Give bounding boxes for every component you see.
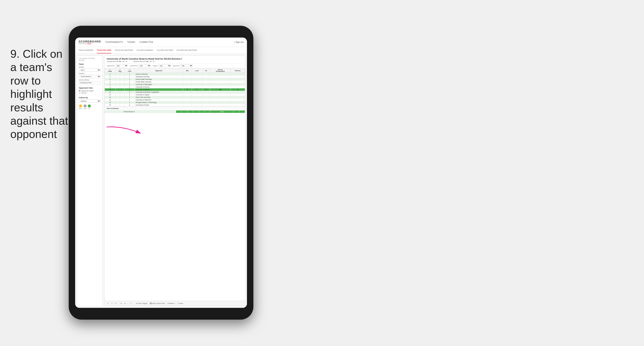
diff-cell: [210, 91, 231, 93]
share-button[interactable]: ⬡ Share: [177, 303, 184, 305]
table-row[interactable]: 16-3University of Florida: [105, 104, 245, 106]
tie-cell: [202, 104, 210, 106]
out-div-win: 1: [176, 110, 187, 113]
loss-cell: [192, 101, 202, 104]
reg-cell: -: [115, 78, 124, 81]
save-custom-view-button[interactable]: 💾 Save Custom View: [149, 303, 166, 305]
separator-2: |: [128, 303, 128, 304]
win-cell: [183, 73, 192, 75]
reg-cell: -: [115, 81, 124, 83]
table-row[interactable]: 11-6University of Arkansas, Fayetteville: [105, 91, 245, 93]
nav-bar: SCOREBOARD Powered by clippd TOURNAMENTS…: [75, 37, 247, 47]
out-of-division-table: NCAA Division II 1 0 0 26.00 3: [104, 110, 245, 113]
table-row[interactable]: 9-3University of Arizona: [105, 86, 245, 88]
legend-level: Level: [83, 104, 86, 109]
loss-cell: [192, 73, 202, 75]
table-row[interactable]: 10-5University of Alabama3002.618: [105, 88, 245, 91]
radio-top100[interactable]: Top 100: [79, 92, 101, 94]
nav-committee[interactable]: COMMITTEE: [139, 41, 153, 43]
table-row[interactable]: 6-2Florida State University: [105, 81, 245, 83]
tab-team-summary[interactable]: TEAM SUMMARY: [78, 47, 94, 53]
undo-button[interactable]: ↩: [107, 303, 109, 305]
gender-label: Gender: [79, 66, 101, 68]
nav-tournaments[interactable]: TOURNAMENTS: [105, 41, 123, 43]
conf-cell: 4: [124, 101, 135, 104]
rank-cell: 9: [105, 86, 116, 88]
rank-cell: 13: [105, 96, 116, 99]
rounds-cell: [231, 93, 245, 96]
win-cell: [183, 83, 192, 86]
tie-cell: [202, 75, 210, 78]
col-rank: #Rank: [105, 68, 116, 73]
school-value[interactable]: University of Nort...: [79, 81, 101, 84]
win-cell: [183, 81, 192, 83]
logo-scoreboard: SCOREBOARD: [78, 40, 101, 43]
table-row[interactable]: 3-2Vanderbilt University: [105, 75, 245, 78]
rank-cell: 10: [105, 88, 116, 91]
overall-record: Overall Record: 89 - 17 - 0: [107, 60, 127, 62]
watch-button[interactable]: 👁 Watch ▾: [167, 303, 176, 305]
tab-team-h2h-grid[interactable]: TEAM H2H GRID: [97, 47, 111, 53]
table-row[interactable]: 2-1Auburn University: [105, 73, 245, 75]
out-of-division-row[interactable]: NCAA Division II 1 0 0 26.00 3: [105, 110, 245, 113]
gender-select[interactable]: Men's: [79, 68, 101, 72]
region-filter-select[interactable]: (All): [158, 64, 171, 67]
diff-cell: [210, 81, 231, 83]
division-select[interactable]: NCAA Division I: [79, 75, 101, 78]
loss-cell: [192, 96, 202, 99]
table-area: University of North Carolina Head-to-Hea…: [104, 55, 245, 306]
rank-cell: 6: [105, 81, 116, 83]
loss-cell: [192, 83, 202, 86]
reg-cell: -: [115, 75, 124, 78]
rank-cell: 3: [105, 75, 116, 78]
tie-cell: [202, 83, 210, 86]
rounds-cell: [231, 101, 245, 104]
radio-opponents-played[interactable]: Opponents Played: [79, 90, 101, 92]
table-row[interactable]: 13-1Texas Tech University: [105, 96, 245, 99]
rank-cell: 12: [105, 93, 116, 96]
out-div-diff: 26.00: [210, 110, 234, 113]
win-cell: [183, 96, 192, 99]
conf-cell: 2: [124, 99, 135, 101]
tie-cell: [202, 99, 210, 101]
redo-button[interactable]: ↪: [110, 303, 113, 305]
loss-cell: [192, 86, 202, 88]
tab-player-h2h-heatmap[interactable]: PLAYER H2H HEATMAP: [177, 47, 197, 53]
table-row[interactable]: 4-1Arizona State University: [105, 78, 245, 81]
rank-cell: 8: [105, 83, 116, 86]
tablet-screen: SCOREBOARD Powered by clippd TOURNAMENTS…: [75, 37, 247, 308]
table-row[interactable]: 15-4Georgia Institute of Technology: [105, 101, 245, 104]
opponents-filter-select[interactable]: (All): [115, 64, 128, 67]
rounds-cell: [231, 81, 245, 83]
table-row[interactable]: 14-2University of Oklahoma: [105, 99, 245, 101]
tab-player-h2h-grid[interactable]: PLAYER H2H GRID: [157, 47, 173, 53]
table-row[interactable]: 8-2University of Washington: [105, 83, 245, 86]
tie-cell: [202, 86, 210, 88]
school-label: School (Rank): [79, 79, 101, 81]
rank-cell: 11: [105, 91, 116, 93]
reg-cell: -: [115, 104, 124, 106]
table-row[interactable]: 12-3University of Virginia: [105, 93, 245, 96]
tie-cell: [202, 81, 210, 83]
reset-button[interactable]: ↺: [114, 303, 117, 305]
sign-out-link[interactable]: | Sign out: [234, 41, 244, 43]
tab-player-summary[interactable]: PLAYER SUMMARY: [136, 47, 154, 53]
reg-cell: -: [115, 73, 124, 75]
win-cell: 3: [183, 88, 192, 91]
clock-button[interactable]: 🕐: [129, 303, 132, 305]
team-label: Team: [79, 63, 101, 65]
sidebar: Last Updated: 27/03/2024 16:55:38 Team G…: [77, 55, 103, 306]
win-cell: [183, 91, 192, 93]
view-original-button[interactable]: 👁 View: Original: [135, 303, 148, 304]
tab-team-h2h-heatmap[interactable]: TEAM H2H HEATMAP: [115, 47, 133, 53]
rank-cell: 4: [105, 78, 116, 81]
nav-teams[interactable]: TEAMS: [127, 41, 135, 43]
copy-button[interactable]: ⧉: [120, 303, 122, 305]
legend-dot-level: [84, 104, 86, 107]
opponent-filter-select[interactable]: (All): [180, 64, 193, 67]
colour-by-select[interactable]: Win/loss: [79, 99, 101, 103]
conference-filter-select[interactable]: (All): [138, 64, 151, 67]
win-cell: [183, 86, 192, 88]
paste-button[interactable]: ⊕: [124, 303, 126, 305]
rank-cell: 16: [105, 104, 116, 106]
